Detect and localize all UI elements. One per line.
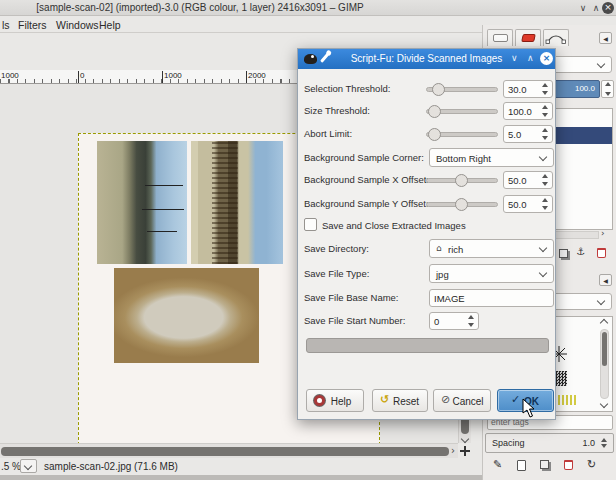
duplicate-layer-icon[interactable] — [559, 249, 568, 258]
spin-down-icon[interactable] — [542, 182, 548, 186]
spin-up-icon[interactable] — [542, 128, 548, 132]
spin-up-icon[interactable] — [542, 105, 548, 109]
gimp-window: [sample-scan-02] (imported)-3.0 (RGB col… — [0, 0, 616, 480]
spin-down-icon[interactable] — [601, 444, 607, 448]
anchor-icon[interactable]: ⚓ — [576, 247, 585, 257]
spin-down-icon[interactable] — [605, 92, 611, 96]
spin-down-icon[interactable] — [542, 91, 548, 95]
save-start-number-spinbox[interactable]: 0 — [429, 312, 479, 330]
y-offset-spinbox[interactable]: 50.0 — [503, 195, 553, 213]
slider-knob[interactable] — [455, 198, 468, 211]
brushes-collapse-icon[interactable]: ◀ — [599, 274, 612, 286]
ruler-label: 1000 — [0, 71, 19, 83]
menu-item-tools[interactable]: ls — [2, 19, 10, 31]
ruler-label: 2000 — [246, 71, 266, 83]
spin-up-icon[interactable] — [468, 315, 474, 319]
spin-up-icon[interactable] — [542, 198, 548, 202]
window-minimize-icon[interactable]: ∨ — [576, 2, 590, 14]
chevron-down-icon — [24, 462, 32, 470]
ruler-label: 1000 — [162, 71, 182, 83]
cancel-button[interactable]: ⊘ Cancel — [433, 389, 491, 412]
save-close-checkbox[interactable] — [304, 218, 317, 231]
dialog-titlebar[interactable]: Script-Fu: Divide Scanned Images ∨ ∧ × — [298, 49, 555, 69]
tab-layers[interactable] — [487, 29, 513, 46]
spin-down-icon[interactable] — [468, 323, 474, 327]
checkbox-label: Save and Close Extracted Images — [322, 220, 466, 231]
spacing-label: Spacing — [492, 434, 525, 452]
param-label: Background Sample Y Offset: — [304, 198, 429, 209]
param-row-x-offset: Background Sample X Offset: 50.0 — [298, 171, 555, 189]
x-offset-spinbox[interactable]: 50.0 — [503, 171, 553, 189]
brushes-scrollbar-thumb[interactable] — [602, 332, 607, 366]
button-label: Cancel — [434, 396, 490, 407]
menu-item-filters[interactable]: Filters — [18, 19, 47, 31]
slider-knob[interactable] — [428, 105, 441, 118]
param-label: Background Sample X Offset: — [304, 174, 429, 185]
scroll-down-icon[interactable] — [600, 400, 608, 408]
dock-collapse-icon[interactable]: ◀ — [599, 32, 612, 44]
canvas-horizontal-scrollbar[interactable]: › — [0, 443, 458, 458]
menu-item-help[interactable]: Help — [99, 19, 121, 31]
param-label: Abort Limit: — [304, 128, 352, 139]
horizontal-scrollbar-thumb[interactable] — [1, 447, 449, 456]
scanned-photo-cliff — [191, 141, 283, 264]
size-threshold-slider[interactable] — [426, 109, 498, 114]
abort-limit-slider[interactable] — [426, 132, 498, 137]
refresh-brushes-icon[interactable]: ↻ — [587, 459, 596, 470]
edit-brush-icon[interactable]: ✎ — [493, 459, 502, 470]
button-label: Reset — [373, 396, 427, 407]
delete-brush-icon[interactable] — [564, 460, 573, 470]
chevron-down-icon — [539, 269, 547, 277]
spin-down-icon[interactable] — [542, 113, 548, 117]
spin-down-icon[interactable] — [542, 206, 548, 210]
menu-item-windows[interactable]: Windows — [56, 19, 99, 31]
spin-up-icon[interactable] — [542, 83, 548, 87]
dialog-minimize-icon[interactable]: ∨ — [511, 54, 518, 63]
slider-knob[interactable] — [432, 83, 445, 96]
slider-knob[interactable] — [455, 174, 468, 187]
duplicate-brush-icon[interactable] — [540, 460, 549, 469]
selection-threshold-slider[interactable] — [426, 87, 498, 92]
dialog-close-icon[interactable]: × — [540, 52, 553, 65]
opacity-spinner[interactable] — [601, 80, 614, 98]
selection-threshold-spinbox[interactable]: 30.0 — [503, 80, 553, 98]
y-offset-slider[interactable] — [426, 202, 498, 207]
spin-up-icon[interactable] — [542, 174, 548, 178]
tab-paths[interactable] — [543, 29, 569, 46]
param-row-y-offset: Background Sample Y Offset: 50.0 — [298, 195, 555, 213]
dialog-maximize-icon[interactable]: ∧ — [527, 54, 534, 63]
save-file-type-label: Save File Type: — [304, 268, 369, 279]
spin-value: 30.0 — [508, 84, 527, 95]
spin-up-icon[interactable] — [605, 82, 611, 86]
photo-detail — [142, 209, 184, 210]
help-button[interactable]: Help — [306, 389, 364, 412]
slider-knob[interactable] — [428, 128, 441, 141]
scroll-up-icon[interactable] — [600, 319, 608, 327]
window-maximize-icon[interactable]: ∧ — [589, 2, 603, 14]
brushes-scrollbar[interactable] — [600, 329, 609, 399]
canvas-pan-corner[interactable] — [458, 443, 471, 458]
size-threshold-spinbox[interactable]: 100.0 — [503, 102, 553, 120]
abort-limit-spinbox[interactable]: 5.0 — [503, 125, 553, 143]
spin-down-icon[interactable] — [542, 136, 548, 140]
zoom-dropdown[interactable] — [20, 459, 37, 473]
new-brush-icon[interactable] — [517, 460, 526, 471]
tab-channels[interactable] — [515, 29, 541, 46]
scroll-right-icon[interactable]: › — [448, 444, 458, 459]
chevron-down-icon — [539, 244, 547, 252]
checkbox-row: Save and Close Extracted Images — [298, 216, 555, 234]
background-corner-dropdown[interactable]: Bottom Right — [429, 148, 554, 167]
delete-layer-icon[interactable] — [597, 248, 606, 258]
scanned-photo-ship — [97, 141, 187, 264]
reset-button[interactable]: ↺ Reset — [372, 389, 428, 412]
save-file-type-dropdown[interactable]: jpg — [429, 264, 554, 283]
save-base-name-input[interactable] — [429, 289, 554, 307]
layers-scroll-right-icon[interactable]: › — [601, 229, 605, 238]
spin-up-icon[interactable] — [601, 438, 607, 442]
spacing-value[interactable]: 1.0 — [582, 434, 595, 452]
scroll-down-icon[interactable] — [461, 435, 469, 443]
chevron-down-icon — [597, 297, 605, 305]
window-close-icon[interactable]: × — [602, 2, 614, 14]
save-directory-dropdown[interactable]: ⌂ rich — [429, 239, 554, 258]
x-offset-slider[interactable] — [426, 178, 498, 183]
